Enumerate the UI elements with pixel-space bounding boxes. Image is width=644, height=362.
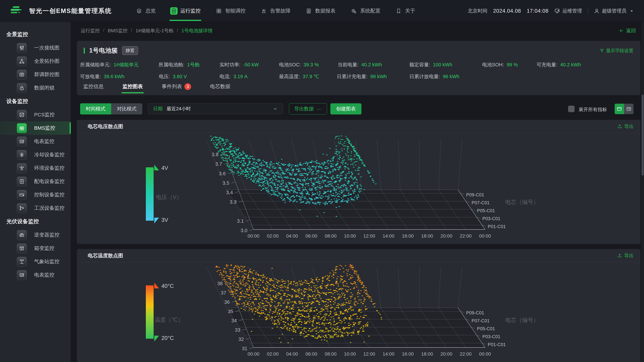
field-settings-link[interactable]: 显示字段设置 — [600, 48, 633, 54]
back-arrow-icon — [619, 28, 624, 33]
about-icon — [395, 7, 402, 15]
lock-icon — [17, 83, 27, 93]
sidebar-item-lock[interactable]: 数据闭锁 — [0, 81, 71, 94]
breadcrumb-separator: / — [103, 27, 104, 34]
header-divider — [588, 7, 588, 14]
breadcrumb-item[interactable]: 运行监控 — [81, 27, 100, 34]
ops-icon — [554, 8, 560, 14]
ops-management-button[interactable]: 运维管理 — [554, 7, 582, 14]
info-field: 日累计充电量: 99 kWh — [337, 73, 387, 80]
env-icon — [17, 163, 27, 173]
boxtrans-icon — [17, 244, 27, 253]
back-button[interactable]: 返回 — [619, 27, 636, 34]
cell-voltage-3d-scatter[interactable] — [77, 133, 640, 244]
layout-split-button[interactable] — [624, 104, 634, 114]
sidebar-item-env[interactable]: 环境设备监控 — [0, 161, 71, 175]
tab-监控信息[interactable]: 监控信息 — [80, 83, 106, 94]
app-root: 智光一创EMS能量管理系统 总览运行监控智能调控告警故障数据报表系统配置关于 北… — [0, 0, 644, 362]
battery-cluster-card: 1号电池簇 静置 显示字段设置 所属储能单元: 1#储能单元所属电池舱: 1号舱… — [77, 41, 640, 95]
brand-swoosh-icon — [10, 5, 24, 17]
nav-item-smart[interactable]: 智能调控 — [215, 0, 246, 22]
cluster-card-header: 1号电池簇 静置 — [84, 46, 138, 55]
nav-item-report[interactable]: 数据报表 — [305, 0, 336, 22]
cooling-icon — [17, 150, 27, 160]
pcs-icon — [17, 110, 27, 120]
sidebar-item-oneline[interactable]: 一次接线图 — [0, 41, 71, 54]
mode-button[interactable]: 时间模式 — [80, 103, 111, 114]
control-icon — [17, 190, 27, 200]
layout-split-icon — [626, 106, 632, 112]
nav-item-config[interactable]: 系统配置 — [350, 0, 380, 22]
tab-电芯数据[interactable]: 电芯数据 — [207, 83, 233, 94]
user-icon — [594, 8, 600, 14]
expand-all-checkbox[interactable] — [568, 106, 574, 112]
app-logo: 智光一创EMS能量管理系统 — [10, 5, 112, 17]
tab-事件列表[interactable]: 事件列表3 — [159, 83, 194, 94]
cell-temperature-3d-scatter[interactable] — [77, 262, 640, 362]
oneline-icon — [17, 43, 27, 53]
temperature-chart-header: 电芯温度散点图 导出 — [77, 249, 640, 262]
mode-button[interactable]: 对比模式 — [111, 103, 142, 114]
sidebar-item-weather[interactable]: 气象站监控 — [0, 255, 71, 268]
scrollbar-thumb[interactable] — [642, 94, 644, 176]
weather-icon — [17, 257, 27, 267]
user-menu[interactable]: 超级管理员 — [594, 7, 634, 14]
condition-icon — [17, 203, 27, 213]
sidebar-item-cluster[interactable]: 群调群控图 — [0, 68, 71, 81]
info-field: 额定容量: 100 kWh — [409, 61, 452, 68]
topology-icon — [17, 56, 27, 66]
breadcrumb-item[interactable]: BMS监控 — [108, 27, 128, 34]
breadcrumb: 运行监控/BMS监控/1#储能单元-1号舱/1号电池簇详情 — [81, 27, 212, 34]
smart-icon — [215, 7, 222, 15]
info-field: 所属电池舱: 1号舱 — [158, 61, 200, 68]
breadcrumb-separator: / — [131, 27, 132, 34]
app-title: 智光一创EMS能量管理系统 — [29, 7, 112, 15]
page-scrollbar[interactable] — [641, 22, 644, 362]
sidebar-item-bms[interactable]: BMS监控 — [0, 121, 71, 135]
temperature-chart-export-button[interactable]: 导出 — [617, 252, 634, 259]
nav-item-about[interactable]: 关于 — [395, 0, 415, 22]
export-data-button[interactable]: 导出数据 ··· — [289, 103, 327, 114]
sidebar-group-title: 全景监控 — [0, 28, 71, 41]
temperature-chart-card: 电芯温度散点图 导出 — [77, 249, 640, 362]
sidebar-item-control[interactable]: 控制设备监控 — [0, 188, 71, 201]
alarm-icon — [260, 7, 268, 15]
temperature-chart-title: 电芯温度散点图 — [88, 252, 123, 259]
nav-item-alarm[interactable]: 告警故障 — [260, 0, 290, 22]
sidebar-item-inverter[interactable]: 逆变器监控 — [0, 228, 71, 242]
nav-item-monitor[interactable]: 运行监控 — [170, 0, 200, 22]
config-icon — [350, 7, 358, 15]
tab-监控图表[interactable]: 监控图表 — [120, 83, 146, 94]
info-field: 电压: 3.60 V — [159, 73, 187, 80]
sidebar-item-topology[interactable]: 全景拓扑图 — [0, 54, 71, 68]
date-value: 最近24小时 — [166, 105, 273, 112]
create-chart-button[interactable]: 创建图表 — [330, 103, 362, 114]
chart-toolbar: 时间模式对比模式 日期 最近24小时 导出数据 ··· 创建图表 展开所有指标 — [71, 103, 644, 115]
clock-time: 17:04:08 — [527, 8, 548, 14]
powerdist-icon — [17, 177, 27, 186]
info-field: 可放电量: 39.6 kWh — [80, 73, 124, 80]
sidebar-item-condition[interactable]: 工况设备监控 — [0, 201, 71, 215]
sidebar-item-meter[interactable]: 电表监控 — [0, 268, 71, 282]
sidebar-item-powerdist[interactable]: 配电设备监控 — [0, 175, 71, 188]
date-range-select[interactable]: 日期 最近24小时 — [148, 103, 283, 114]
breadcrumb-item[interactable]: 1#储能单元-1号舱 — [136, 27, 174, 34]
cluster-icon — [17, 70, 27, 79]
nav-item-overview[interactable]: 总览 — [135, 0, 156, 22]
sidebar-item-pcs[interactable]: PCS监控 — [0, 108, 71, 121]
sidebar-item-meter[interactable]: 电表监控 — [0, 135, 71, 148]
cluster-title: 1号电池簇 — [89, 46, 118, 55]
voltage-chart-export-button[interactable]: 导出 — [617, 123, 634, 130]
inverter-icon — [17, 230, 27, 240]
breadcrumb-separator: / — [177, 27, 178, 34]
sidebar: 全景监控一次接线图全景拓扑图群调群控图数据闭锁设备监控PCS监控BMS监控电表监… — [0, 22, 71, 362]
event-count-badge: 3 — [184, 83, 191, 90]
layout-single-button[interactable] — [614, 104, 624, 114]
sidebar-group-title: 光伏设备监控 — [0, 215, 71, 228]
sidebar-item-boxtrans[interactable]: 箱变监控 — [0, 242, 71, 255]
more-dots: ··· — [317, 106, 322, 112]
sidebar-item-cooling[interactable]: 冷却设备监控 — [0, 148, 71, 161]
clock-date: 2024.04.08 — [493, 8, 521, 14]
info-field: 最高温度: 37.9 ℃ — [279, 73, 319, 80]
main-nav: 总览运行监控智能调控告警故障数据报表系统配置关于 — [135, 0, 415, 22]
